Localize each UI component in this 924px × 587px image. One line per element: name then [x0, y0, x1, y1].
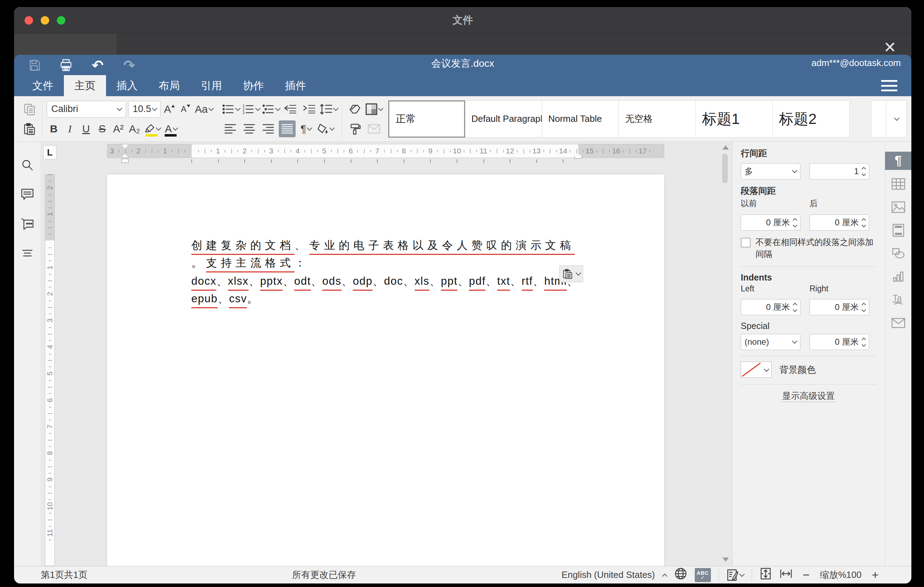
justify-button[interactable] — [279, 120, 295, 137]
chart-settings-tab[interactable] — [885, 267, 912, 286]
scroll-up-arrow[interactable] — [723, 145, 729, 150]
ribbon-tab[interactable]: 插件 — [274, 75, 317, 96]
style-gallery-item[interactable]: Default Paragraph — [465, 101, 542, 138]
text-art-settings-tab[interactable]: Ta — [885, 291, 912, 309]
ribbon-tab[interactable]: 引用 — [190, 75, 233, 96]
strikethrough-button[interactable]: S — [95, 120, 109, 137]
zoom-level[interactable]: 缩放%100 — [820, 569, 862, 581]
zoom-out-button[interactable]: − — [800, 568, 812, 582]
style-gallery-item[interactable]: 标题1 — [696, 101, 773, 138]
style-gallery-more-button[interactable] — [886, 101, 906, 138]
advanced-settings-link[interactable]: 显示高级设置 — [741, 390, 876, 402]
chevron-down-icon[interactable] — [761, 362, 771, 378]
page-indicator[interactable]: 第1页共1页 — [41, 569, 87, 581]
ribbon-tab[interactable]: 主页 — [64, 75, 106, 96]
numbered-list-button[interactable]: 123 — [242, 101, 260, 118]
left-indent-marker[interactable] — [122, 159, 129, 163]
scroll-down-arrow[interactable] — [723, 557, 729, 562]
multilevel-list-button[interactable] — [262, 101, 280, 118]
style-gallery-item[interactable]: 标题2 — [773, 101, 850, 138]
stepper-arrows[interactable] — [862, 338, 865, 346]
mail-merge-settings-tab[interactable] — [885, 314, 912, 332]
align-right-button[interactable] — [260, 120, 277, 137]
close-icon[interactable]: ✕ — [882, 39, 898, 56]
language-selector[interactable]: English (United States) — [562, 569, 655, 580]
change-case-button[interactable]: Aa — [195, 101, 213, 118]
scrollbar-thumb[interactable] — [722, 154, 728, 183]
shape-settings-tab[interactable] — [885, 244, 912, 262]
bold-button[interactable]: B — [47, 120, 61, 137]
align-left-button[interactable] — [222, 120, 239, 137]
indent-right-stepper[interactable]: 0 厘米 — [810, 299, 869, 315]
spellcheck-toggle[interactable]: ABC ✓ — [695, 568, 711, 582]
stepper-arrows[interactable] — [862, 167, 865, 176]
spacing-before-stepper[interactable]: 0 厘米 — [741, 214, 800, 231]
decrease-indent-button[interactable] — [282, 101, 299, 118]
document-scrollbar[interactable] — [721, 143, 730, 564]
spacing-after-stepper[interactable]: 0 厘米 — [810, 214, 869, 231]
style-gallery-item[interactable]: 无空格 — [619, 101, 696, 138]
search-icon[interactable] — [20, 157, 35, 173]
ribbon-tab[interactable]: 插入 — [106, 75, 148, 96]
comments-icon[interactable] — [20, 187, 35, 202]
paste-icon[interactable] — [21, 120, 38, 137]
document-text[interactable]: 创建复杂的文档、专业的电子表格以及令人赞叹的演示文稿。支持主流格式： docx、… — [191, 237, 583, 308]
mail-merge-icon[interactable] — [365, 120, 382, 137]
paragraph-settings-tab[interactable]: ¶ — [885, 152, 912, 170]
stepper-arrows[interactable] — [862, 303, 865, 312]
increase-font-button[interactable]: A — [163, 101, 177, 118]
tab-stop-selector[interactable]: L — [43, 145, 56, 159]
subscript-button[interactable]: A₂ — [127, 120, 142, 137]
track-changes-icon[interactable] — [727, 569, 744, 581]
shading-bucket-button[interactable] — [317, 120, 334, 137]
copy-style-button[interactable] — [346, 120, 363, 137]
table-borders-button[interactable] — [365, 101, 383, 118]
text-segment: pptx — [260, 273, 283, 291]
paragraph-marks-button[interactable]: ¶ — [298, 120, 315, 137]
underline-button[interactable]: U — [79, 120, 93, 137]
stepper-arrows[interactable] — [794, 303, 797, 312]
stepper-arrows[interactable] — [862, 219, 865, 227]
paste-options-button[interactable] — [559, 265, 583, 282]
fit-width-icon[interactable] — [779, 569, 793, 581]
image-settings-tab[interactable] — [885, 198, 912, 216]
increase-indent-button[interactable] — [301, 101, 318, 118]
set-language-icon[interactable] — [675, 567, 687, 582]
bullet-list-button[interactable] — [222, 101, 240, 118]
table-settings-tab[interactable] — [885, 175, 912, 193]
font-color-button[interactable]: A — [163, 120, 180, 137]
paragraph-group: 123 — [222, 101, 338, 137]
copy-icon[interactable] — [21, 101, 38, 118]
font-size-select[interactable]: 10.5 — [128, 101, 160, 118]
header-footer-settings-tab[interactable] — [885, 221, 912, 239]
document-page[interactable] — [107, 175, 664, 566]
headings-icon[interactable] — [20, 246, 35, 261]
decrease-font-button[interactable]: A — [179, 101, 193, 118]
style-gallery-item[interactable]: 正常 — [388, 101, 465, 138]
ribbon-tab[interactable]: 协作 — [233, 75, 274, 96]
ruler-number: 7 — [364, 144, 391, 158]
ruler-number: 9 — [45, 467, 54, 493]
superscript-button[interactable]: A² — [111, 120, 125, 137]
menu-icon[interactable] — [881, 80, 897, 91]
font-name-select[interactable]: Calibri — [47, 101, 126, 118]
zoom-in-button[interactable]: + — [869, 568, 881, 582]
no-space-between-checkbox[interactable] — [741, 238, 751, 247]
ribbon-tab[interactable]: 布局 — [148, 75, 190, 96]
chat-icon[interactable] — [20, 216, 35, 232]
special-select[interactable]: (none) — [741, 334, 800, 350]
highlight-color-button[interactable] — [144, 120, 160, 137]
align-center-button[interactable] — [241, 120, 258, 137]
style-gallery-item[interactable]: Normal Table — [542, 101, 619, 138]
special-amount-stepper[interactable]: 0 厘米 — [810, 334, 869, 350]
indent-left-stepper[interactable]: 0 厘米 — [741, 299, 800, 315]
stepper-arrows[interactable] — [794, 219, 797, 227]
line-spacing-select[interactable]: 多 — [741, 163, 800, 180]
line-spacing-multiplier-stepper[interactable]: 1 — [810, 163, 869, 180]
line-spacing-button[interactable] — [320, 101, 338, 118]
fit-page-icon[interactable] — [760, 567, 772, 582]
clear-style-button[interactable] — [346, 101, 363, 118]
ribbon-tab[interactable]: 文件 — [22, 75, 64, 96]
italic-button[interactable]: I — [63, 120, 77, 137]
background-color-picker[interactable] — [741, 362, 772, 378]
